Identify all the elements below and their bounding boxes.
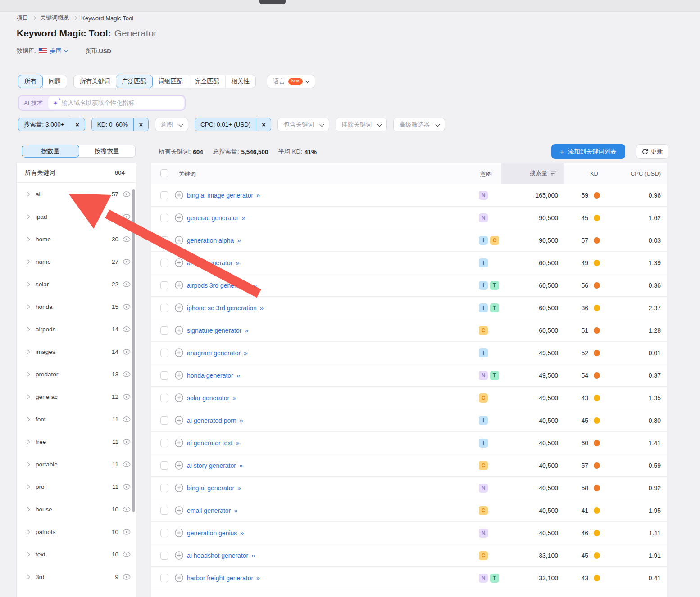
tab-问题[interactable]: 问题 [42,75,67,88]
keyword-group-item[interactable]: free11 [17,430,136,453]
filter-chip[interactable]: 搜索量: 3,000+× [18,118,85,131]
sidebar-header[interactable]: 所有关键词 604 [17,163,136,183]
eye-icon[interactable] [123,416,131,422]
keyword-group-item[interactable]: name27 [17,250,136,273]
keyword-group-item[interactable]: ai57 [17,183,136,205]
open-keyword-icon[interactable]: » [260,304,264,312]
open-keyword-icon[interactable]: » [240,529,244,537]
add-to-keyword-list-button[interactable]: + 添加到关键词列表 [551,144,625,159]
eye-icon[interactable] [123,439,131,445]
add-keyword-icon[interactable] [175,484,183,492]
eye-icon[interactable] [123,349,131,355]
tab-by-number[interactable]: 按数量 [22,145,79,158]
remove-filter-icon[interactable]: × [256,118,271,131]
open-keyword-icon[interactable]: » [234,507,237,514]
eye-icon[interactable] [123,371,131,377]
add-keyword-icon[interactable] [175,506,183,515]
add-keyword-icon[interactable] [175,236,183,244]
add-keyword-icon[interactable] [175,191,183,199]
filter-chip[interactable]: 意图 [155,118,188,131]
tab-广泛匹配[interactable]: 广泛匹配 [116,75,153,88]
row-checkbox[interactable] [160,394,168,402]
keyword-text[interactable]: solar generator [187,394,229,402]
row-checkbox[interactable] [160,371,168,380]
eye-icon[interactable] [123,326,131,332]
keyword-link[interactable]: solar generator» [187,387,236,409]
keyword-group-item[interactable]: airpods14 [17,318,136,340]
keyword-group-item[interactable]: house10 [17,498,136,520]
add-keyword-icon[interactable] [175,326,183,335]
open-keyword-icon[interactable]: » [245,326,248,334]
row-checkbox[interactable] [160,507,168,515]
keyword-group-item[interactable]: solar22 [17,273,136,295]
open-keyword-icon[interactable]: » [236,259,239,267]
keyword-text[interactable]: ai generator text [187,439,232,447]
remove-filter-icon[interactable]: × [133,118,148,131]
keyword-group-item[interactable]: patriots10 [17,520,136,543]
col-keyword[interactable]: 关键词 [178,170,196,178]
keyword-group-item[interactable]: pro11 [17,475,136,498]
refresh-button[interactable]: 更新 [636,144,668,159]
keyword-text[interactable]: bing ai generator [187,484,234,492]
open-keyword-icon[interactable]: » [256,191,260,199]
open-keyword-icon[interactable]: » [236,439,239,447]
open-keyword-icon[interactable]: » [240,416,243,424]
keyword-link[interactable]: ai generated porn» [187,409,243,431]
open-keyword-icon[interactable]: » [237,236,241,244]
open-keyword-icon[interactable]: » [236,371,240,379]
tab-相关性[interactable]: 相关性 [225,75,256,88]
keyword-group-item[interactable]: home30 [17,228,136,250]
keyword-link[interactable]: ai headshot generator» [187,544,255,566]
row-checkbox[interactable] [160,349,168,357]
add-keyword-icon[interactable] [175,213,183,222]
row-checkbox[interactable] [160,529,168,537]
add-keyword-icon[interactable] [175,461,183,470]
keyword-link[interactable]: email generator» [187,499,238,521]
open-keyword-icon[interactable]: » [237,484,241,492]
keyword-text[interactable]: bing ai image generator [187,192,253,199]
keyword-text[interactable]: ai headshot generator [187,552,248,559]
filter-chip[interactable]: 高级筛选器 [393,118,445,131]
eye-icon[interactable] [123,574,131,580]
keyword-link[interactable]: airpods 3rd generation» [187,274,257,296]
keyword-text[interactable]: ai text generator [187,259,232,267]
row-checkbox[interactable] [160,214,168,222]
tab-所有关键词[interactable]: 所有关键词 [74,75,116,88]
keyword-link[interactable]: bing ai generator» [187,477,241,499]
sidebar-scrollbar[interactable] [132,189,135,512]
keyword-text[interactable]: honda generator [187,372,233,379]
keyword-text[interactable]: email generator [187,507,231,514]
add-keyword-icon[interactable] [175,258,183,267]
language-dropdown[interactable]: 语言 beta [267,75,315,88]
keyword-link[interactable]: ai text generator» [187,252,240,274]
keyword-group-item[interactable]: images14 [17,340,136,363]
add-keyword-icon[interactable] [175,348,183,357]
filter-chip[interactable]: CPC: 0.01+ (USD)× [195,118,271,131]
keyword-link[interactable]: honda generator» [187,364,240,386]
keyword-group-item[interactable]: predator13 [17,363,136,385]
open-keyword-icon[interactable]: » [256,574,260,582]
keyword-link[interactable]: generac generator» [187,207,245,229]
keyword-link[interactable]: generation genius» [187,522,244,544]
domain-input[interactable] [62,100,179,106]
add-keyword-icon[interactable] [175,416,183,425]
open-keyword-icon[interactable]: » [241,214,245,222]
row-checkbox[interactable] [160,461,168,470]
add-keyword-icon[interactable] [175,281,183,289]
keyword-group-item[interactable]: ipad32 [17,205,136,228]
open-keyword-icon[interactable]: » [251,552,255,559]
open-keyword-icon[interactable]: » [253,281,257,289]
keyword-text[interactable]: ai generated porn [187,417,236,424]
eye-icon[interactable] [123,484,131,490]
add-keyword-icon[interactable] [175,371,183,380]
row-checkbox[interactable] [160,416,168,425]
keyword-link[interactable]: bing ai image generator» [187,184,260,206]
add-keyword-icon[interactable] [175,574,183,582]
add-keyword-icon[interactable] [175,529,183,537]
keyword-link[interactable]: generation alpha» [187,229,241,251]
keyword-text[interactable]: ai story generator [187,462,236,469]
add-keyword-icon[interactable] [175,439,183,447]
row-checkbox[interactable] [160,236,168,244]
keyword-link[interactable]: iphone se 3rd generation» [187,297,264,319]
tab-词组匹配[interactable]: 词组匹配 [152,75,189,88]
